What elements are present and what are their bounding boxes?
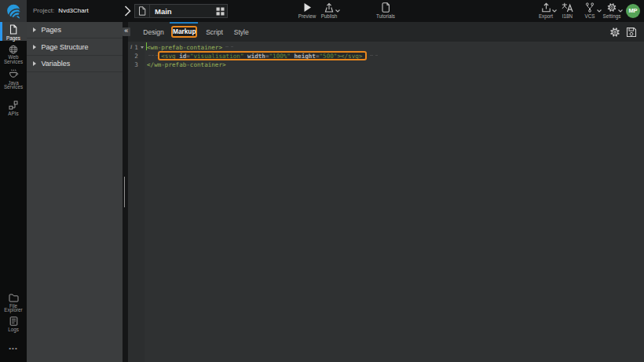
- page-file-icon[interactable]: [135, 5, 150, 17]
- rail-item-logs[interactable]: Logs: [0, 316, 27, 331]
- collapsed-arrow-icon: [33, 61, 36, 66]
- publish-button[interactable]: Publish: [313, 0, 345, 22]
- line-number-1: 1: [128, 43, 138, 52]
- settings-chevron-icon: [618, 9, 623, 13]
- project-breadcrumb: Project: Nvd3Chart: [33, 0, 89, 22]
- line-number-3: 3: [128, 60, 138, 69]
- markup-settings-gear-icon[interactable]: [609, 27, 620, 38]
- editor-gutter: i 1 2 3 ▾: [128, 42, 145, 362]
- rail-item-apis[interactable]: APIs: [0, 101, 27, 115]
- web-services-icon: [9, 45, 18, 54]
- settings-button[interactable]: Settings: [598, 0, 626, 22]
- export-icon: [541, 2, 551, 13]
- whitespace-marker: [375, 55, 379, 56]
- tab-markup[interactable]: Markup: [171, 26, 197, 38]
- project-label: Project:: [33, 7, 54, 14]
- rail-label-file-explorer: File Explorer: [0, 304, 27, 313]
- code-token: </wm-prefab-container>: [147, 61, 226, 68]
- code-editor[interactable]: i 1 2 3 ▾ <wm-prefab-container> <svg id=…: [128, 42, 644, 362]
- project-name: Nvd3Chart: [58, 7, 88, 14]
- panel-section-page-structure-label: Page Structure: [42, 43, 89, 51]
- whitespace-marker: [370, 55, 373, 56]
- page-selector[interactable]: Main: [134, 4, 228, 18]
- breadcrumb-chevron-icon: [124, 5, 131, 16]
- wavemaker-logo-icon: [5, 2, 22, 20]
- whitespace-marker: [152, 55, 154, 56]
- fold-marker-icon[interactable]: ▾: [141, 46, 144, 49]
- publish-label: Publish: [313, 13, 345, 19]
- top-bar: Project: Nvd3Chart Main Preview: [0, 0, 644, 22]
- left-rail: Pages Web Services Java Services APIs Fi…: [0, 22, 27, 362]
- logs-icon: [9, 316, 18, 326]
- publish-icon: [324, 2, 335, 13]
- panel-section-variables[interactable]: Variables: [27, 56, 123, 72]
- active-tab-indicator: [170, 22, 198, 24]
- java-services-icon: [9, 69, 19, 79]
- editor-area: Design Markup Script Style i 1 2 3 ▾ <wm…: [128, 22, 644, 362]
- tutorials-label: Tutorials: [369, 13, 402, 19]
- settings-gear-icon: [606, 2, 617, 13]
- publish-chevron-icon: [335, 9, 340, 13]
- apis-icon: [9, 101, 18, 110]
- code-line-3: </wm-prefab-container>: [147, 60, 362, 69]
- rail-item-pages[interactable]: Pages: [0, 22, 27, 41]
- code-lines: <wm-prefab-container> <svg id="visualisa…: [147, 43, 362, 69]
- play-icon: [303, 2, 312, 13]
- tutorials-button[interactable]: Tutorials: [369, 0, 402, 22]
- app-logo[interactable]: [0, 0, 27, 22]
- whitespace-marker: [225, 46, 229, 47]
- panel-section-page-structure[interactable]: Page Structure: [27, 38, 123, 55]
- user-avatar[interactable]: MP: [626, 4, 640, 18]
- rail-item-java-services[interactable]: Java Services: [0, 69, 27, 90]
- rail-item-file-explorer[interactable]: File Explorer: [0, 294, 27, 313]
- current-page-name: Main: [150, 7, 216, 16]
- tab-design[interactable]: Design: [139, 22, 168, 42]
- rail-label-pages: Pages: [0, 36, 27, 41]
- panel-section-pages[interactable]: Pages: [27, 22, 123, 38]
- tab-style[interactable]: Style: [227, 22, 256, 42]
- page-grid-icon[interactable]: [216, 7, 225, 16]
- tab-script[interactable]: Script: [200, 22, 229, 42]
- rail-more-button[interactable]: •••: [0, 346, 27, 352]
- code-line-2: <svg id="visualisation" width="100%" hei…: [147, 52, 362, 60]
- rail-label-java-services: Java Services: [0, 81, 27, 90]
- collapsed-arrow-icon: [33, 45, 36, 49]
- editor-tab-bar: Design Markup Script Style: [128, 22, 644, 42]
- splitter-grip[interactable]: [124, 177, 126, 207]
- selected-element-highlight: [158, 51, 367, 61]
- panel-section-pages-label: Pages: [42, 26, 62, 34]
- line-number-2: 2: [128, 52, 138, 60]
- i18n-language-icon: [562, 2, 573, 13]
- code-token: <wm-prefab-container>: [147, 44, 222, 51]
- text-cursor: [146, 42, 147, 50]
- tutorials-book-icon: [381, 2, 390, 13]
- whitespace-marker: [231, 46, 234, 47]
- rail-label-web-services: Web Services: [0, 55, 27, 64]
- whitespace-marker: [148, 55, 151, 56]
- panel-collapse-button[interactable]: «: [123, 27, 130, 36]
- rail-item-web-services[interactable]: Web Services: [0, 45, 27, 64]
- pages-panel: Pages Page Structure Variables: [27, 22, 123, 362]
- panel-splitter[interactable]: [123, 22, 129, 362]
- save-icon[interactable]: [626, 27, 637, 38]
- settings-label: Settings: [598, 13, 626, 19]
- vcs-branch-icon: [584, 2, 595, 13]
- panel-section-variables-label: Variables: [42, 60, 71, 68]
- collapsed-arrow-icon: [33, 27, 36, 32]
- pages-icon: [9, 24, 18, 35]
- code-line-1: <wm-prefab-container>: [147, 43, 362, 52]
- rail-label-apis: APIs: [0, 112, 27, 116]
- whitespace-marker: [156, 55, 158, 56]
- file-explorer-folder-icon: [9, 294, 19, 302]
- rail-label-logs: Logs: [0, 327, 27, 332]
